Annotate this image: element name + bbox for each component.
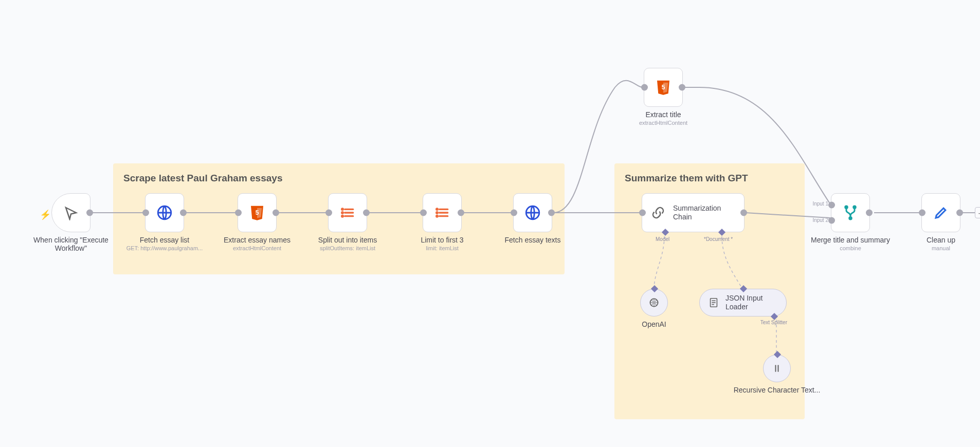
port-out[interactable]: [548, 210, 555, 216]
group-summarize-title: Summarize them with GPT: [625, 173, 794, 184]
node-fetch-list[interactable]: Fetch essay list GET: http://www.paulgra…: [145, 193, 184, 232]
svg-point-36: [849, 217, 852, 219]
svg-point-23: [437, 212, 438, 214]
ai-port-document-label: *Document *: [704, 236, 733, 242]
node-extract-title[interactable]: 5 Extract title extractHtmlContent: [644, 68, 683, 107]
port-in[interactable]: [511, 210, 517, 216]
node-rct-label: Recursive Character Text...: [731, 386, 823, 394]
globe-icon: [524, 204, 541, 221]
node-extract-names[interactable]: 5 Extract essay names extractHtmlContent: [238, 193, 277, 232]
workflow-canvas[interactable]: Scrape latest Paul Graham essays Summari…: [0, 0, 980, 447]
node-extract-names-label: Extract essay names extractHtmlContent: [211, 236, 303, 251]
pause-icon: [772, 363, 782, 374]
port-out[interactable]: [740, 210, 747, 216]
port-out[interactable]: [273, 210, 279, 216]
node-fetch-texts-label: Fetch essay texts: [486, 236, 579, 244]
node-sum-chain[interactable]: Summarization Chain Model *Document *: [642, 193, 745, 232]
port-in[interactable]: [325, 210, 332, 216]
node-merge[interactable]: Input 1 Input 2 Merge title and summary …: [831, 193, 870, 232]
group-scrape-title: Scrape latest Paul Graham essays: [123, 173, 554, 184]
node-openai[interactable]: OpenAI: [640, 289, 668, 316]
node-trigger[interactable]: ⚡ When clicking "Execute Workflow": [51, 193, 90, 232]
port-in[interactable]: [235, 210, 242, 216]
svg-point-17: [342, 212, 343, 214]
node-fetch-texts[interactable]: Fetch essay texts: [513, 193, 552, 232]
port-out[interactable]: [866, 210, 873, 216]
pencil-icon: [933, 205, 949, 220]
port-in[interactable]: [641, 84, 648, 91]
node-cleanup[interactable]: Clean up manual: [921, 193, 960, 232]
node-cleanup-label: Clean up manual: [895, 236, 980, 251]
node-limit[interactable]: Limit to first 3 limit: itemList: [423, 193, 462, 232]
add-node-button[interactable]: +: [975, 207, 980, 218]
port-in[interactable]: [639, 210, 646, 216]
port-in-2[interactable]: [828, 217, 835, 224]
svg-text:5: 5: [662, 84, 665, 91]
ai-port-ts-label: Text Splitter: [760, 320, 787, 325]
globe-icon: [156, 204, 173, 221]
svg-point-24: [437, 215, 438, 217]
node-fetch-list-label: Fetch essay list GET: http://www.paulgra…: [118, 236, 211, 251]
node-limit-label: Limit to first 3 limit: itemList: [396, 236, 488, 251]
html5-icon: 5: [249, 204, 265, 221]
bolt-icon: ⚡: [40, 209, 51, 220]
svg-point-18: [342, 215, 343, 217]
svg-point-34: [845, 206, 848, 209]
port-out[interactable]: [679, 84, 685, 91]
port-in[interactable]: [420, 210, 427, 216]
node-rct[interactable]: Recursive Character Text...: [763, 355, 791, 382]
port-out[interactable]: [180, 210, 187, 216]
port-tag-2: Input 2: [808, 217, 828, 223]
svg-point-22: [437, 209, 438, 210]
port-out[interactable]: [956, 210, 963, 216]
html5-icon: 5: [655, 79, 672, 96]
port-out[interactable]: [86, 210, 93, 216]
svg-point-35: [854, 206, 856, 209]
node-merge-label: Merge title and summary combine: [804, 236, 897, 251]
link-icon: [650, 205, 666, 220]
node-json-loader-label: JSON Input Loader: [725, 294, 778, 312]
port-out[interactable]: [363, 210, 370, 216]
svg-text:5: 5: [256, 209, 259, 216]
ai-port-model-label: Model: [656, 236, 669, 242]
node-json-loader[interactable]: JSON Input Loader Text Splitter: [699, 289, 787, 316]
cursor-icon: [63, 205, 79, 220]
list-icon: [434, 204, 450, 221]
port-tag-1: Input 1: [808, 201, 828, 207]
node-sum-chain-label: Summarization Chain: [673, 204, 736, 222]
node-trigger-label: When clicking "Execute Workflow": [25, 236, 117, 252]
document-icon: [708, 297, 719, 308]
node-openai-label: OpenAI: [608, 320, 700, 328]
port-in[interactable]: [142, 210, 149, 216]
merge-icon: [842, 204, 859, 221]
openai-icon: [647, 296, 661, 309]
plus-icon: +: [978, 209, 980, 217]
node-extract-title-label: Extract title extractHtmlContent: [617, 110, 710, 126]
port-in-1[interactable]: [828, 202, 835, 209]
list-icon: [339, 204, 356, 221]
port-in[interactable]: [919, 210, 925, 216]
svg-point-16: [342, 209, 343, 210]
port-out[interactable]: [458, 210, 464, 216]
node-split[interactable]: Split out into items splitOutItems: item…: [328, 193, 367, 232]
node-split-label: Split out into items splitOutItems: item…: [301, 236, 394, 251]
